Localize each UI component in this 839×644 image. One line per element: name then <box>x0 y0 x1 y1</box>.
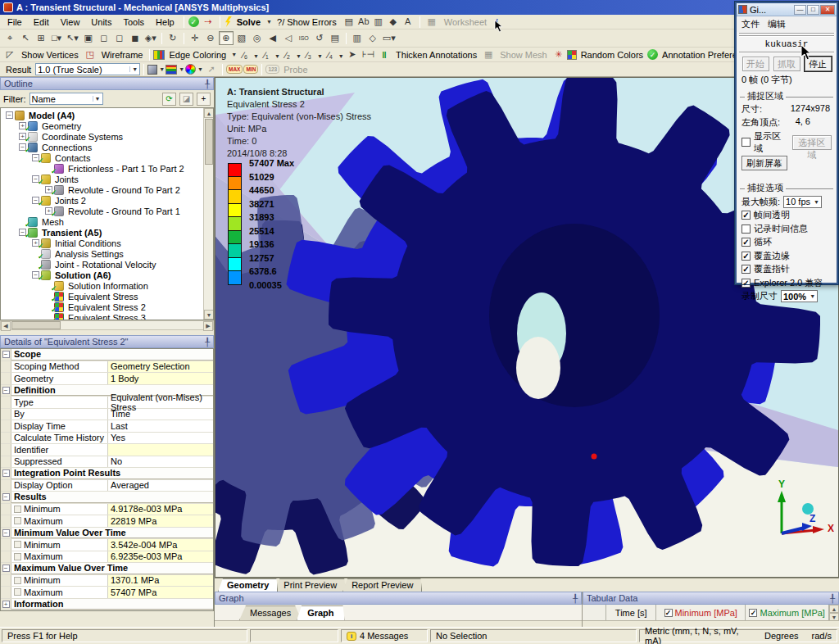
refresh-screen-button[interactable]: 刷新屏幕 <box>741 156 787 170</box>
select-face-icon[interactable]: ◻ <box>112 31 127 45</box>
tabular-max-column[interactable]: ✓ Maximum [MPa] <box>746 605 829 620</box>
details-value[interactable]: 1 Body <box>108 373 213 384</box>
details-value[interactable]: Equivalent (von-Mises) Stress <box>108 397 213 408</box>
details-value[interactable]: Last <box>108 420 213 432</box>
axes-icon[interactable]: ✳ <box>551 48 566 61</box>
random-colors-button[interactable]: Random Colors <box>578 50 646 60</box>
tree-item-coordinate-systems[interactable]: +✓Coordinate Systems <box>1 131 213 142</box>
zoom-out-icon[interactable]: ⊖ <box>203 31 218 45</box>
capture-maximize-button[interactable]: □ <box>807 5 819 15</box>
section-expander[interactable]: − <box>2 387 10 394</box>
viewports-icon[interactable]: ▤ <box>328 31 342 45</box>
tree-item-revolute-ground-to-part-1[interactable]: +✓Revolute - Ground To Part 1 <box>1 206 213 216</box>
pan-icon[interactable]: ✛ <box>188 31 202 45</box>
tree-item-joints[interactable]: −✓Joints <box>1 174 213 184</box>
status-units[interactable]: Metric (mm, t, N, s, mV, mA) Degrees rad… <box>639 629 837 642</box>
solve-button[interactable]: Solve <box>234 17 264 27</box>
refresh-tree-icon[interactable]: ⟳ <box>162 93 176 106</box>
prev-view-icon[interactable]: ◀ <box>265 31 280 45</box>
zoom-in-icon[interactable]: ⊕ <box>219 31 234 45</box>
max-annotation-button[interactable]: MAX <box>226 65 243 74</box>
section-expander[interactable]: − <box>2 351 10 358</box>
section-expander[interactable]: − <box>2 529 10 537</box>
result-scale-combo[interactable]: 1.0 (True Scale) ▼ <box>35 63 140 75</box>
tree-item-solution-a6[interactable]: −✓Solution (A6) <box>1 270 213 280</box>
edge-direction-dropdown-3[interactable]: ▼ <box>296 53 302 59</box>
tree-item-frictionless-part-1-to-part-2[interactable]: ✓Frictionless - Part 1 To Part 2 <box>1 163 213 174</box>
tree-item-contacts[interactable]: −✓Contacts <box>1 152 213 163</box>
capture-option-checkbox[interactable]: ✓ <box>741 238 751 247</box>
tag-icon[interactable]: ◇ <box>365 31 380 45</box>
select-edge-icon[interactable]: ◻ <box>97 31 111 45</box>
contour-style-icon[interactable] <box>185 64 196 75</box>
iso-view-icon[interactable]: ISO <box>297 31 311 45</box>
details-value[interactable]: 4.9178e-003 MPa <box>108 504 213 515</box>
ruler-icon[interactable]: ▥ <box>350 31 365 45</box>
capture-tool-window[interactable]: Gi... — □ ✕ 文件 编辑 kukuasir 开始 抓取 停止 0 帧 … <box>735 2 838 284</box>
edge-direction-icon-1[interactable]: ∕₆ <box>238 48 252 61</box>
capture-grab-button[interactable]: 抓取 <box>773 57 800 71</box>
details-section-scope[interactable]: Scope <box>11 349 213 361</box>
tree-item-mesh[interactable]: ✓Mesh <box>1 216 213 227</box>
graph-pin-icon[interactable]: ╀ <box>573 594 578 603</box>
tree-item-equivalent-stress[interactable]: ✓Equivalent Stress <box>1 291 213 302</box>
tree-vscrollbar[interactable]: ▲ ▼ <box>203 108 213 320</box>
tree-expander[interactable]: − <box>6 111 13 119</box>
geometry-display-icon[interactable] <box>147 65 157 75</box>
capture-minimize-button[interactable]: — <box>794 5 806 15</box>
capture-title-bar[interactable]: Gi... — □ ✕ <box>737 3 837 16</box>
annotation-preferences-button[interactable]: Annotation Prefere <box>659 50 741 60</box>
tree-item-joints-2[interactable]: −✓Joints 2 <box>1 195 213 206</box>
edge-direction-dropdown-4[interactable]: ▼ <box>317 53 323 59</box>
select-body-icon[interactable]: ◼ <box>128 31 143 45</box>
edge-coloring-dropdown[interactable]: ▼ <box>231 52 237 57</box>
section-expander[interactable]: − <box>2 565 10 572</box>
select-mode-icon[interactable]: ↖▾ <box>65 31 80 45</box>
capture-close-button[interactable]: ✕ <box>820 5 835 15</box>
tabular-time-column[interactable]: Time [s] <box>606 605 656 620</box>
box-zoom-icon[interactable]: ▧ <box>234 31 249 45</box>
show-mesh-button[interactable]: Show Mesh <box>497 50 550 60</box>
capture-menu-file[interactable]: 文件 <box>741 18 760 30</box>
tree-item-solution-information[interactable]: ✓Solution Information <box>1 280 213 291</box>
thicken-annotations-button[interactable]: Thicken Annotations <box>392 50 480 60</box>
menu-help[interactable]: Help <box>151 16 179 28</box>
bottom-tab-graph[interactable]: Graph <box>297 605 344 620</box>
solve-status-icon[interactable]: ✓ <box>188 16 199 27</box>
spellcheck-icon[interactable]: Ab <box>356 15 371 29</box>
details-section-integration-point-results[interactable]: Integration Point Results <box>11 468 213 479</box>
max-column-checkbox[interactable]: ✓ <box>749 609 757 617</box>
pointer-mode-icon[interactable]: ↖ <box>18 31 33 45</box>
viewport-tab-geometry[interactable]: Geometry <box>218 578 278 592</box>
viewport-tab-print-preview[interactable]: Print Preview <box>274 578 346 592</box>
menu-edit[interactable]: Edit <box>29 16 54 28</box>
filter-clear-icon[interactable]: ◪ <box>179 93 193 106</box>
bottom-tab-messages[interactable]: Messages <box>239 605 302 620</box>
solve-dropdown[interactable]: ▼ <box>266 19 272 25</box>
tree-item-equivalent-stress-3[interactable]: ✓Equivalent Stress 3 <box>1 312 213 320</box>
tabular-pin-icon[interactable]: ╀ <box>830 594 835 603</box>
details-section-results[interactable]: Results <box>11 492 213 503</box>
capture-option-checkbox[interactable]: ✓ <box>741 265 751 274</box>
tree-item-joint-rotational-velocity[interactable]: ✓Joint - Rotational Velocity <box>1 259 213 270</box>
capture-option-checkbox[interactable] <box>741 224 751 234</box>
tree-hscrollbar[interactable]: ◀ ▶ <box>0 320 214 330</box>
tree-item-analysis-settings[interactable]: ✓Analysis Settings <box>1 248 213 259</box>
details-value[interactable]: Yes <box>108 433 213 444</box>
window-layout-icon[interactable]: ▭▾ <box>381 31 397 45</box>
edge-direction-icon-3[interactable]: ∕₂ <box>280 48 295 61</box>
menu-tools[interactable]: Tools <box>118 16 149 28</box>
edge-direction-dropdown-5[interactable]: ▼ <box>338 53 344 59</box>
details-pin-icon[interactable]: ╀ <box>205 338 210 347</box>
contour-bands-dropdown[interactable]: ▼ <box>179 66 184 72</box>
select-region-button[interactable]: 选择区域 <box>792 135 832 150</box>
section-expander[interactable]: − <box>2 493 10 501</box>
details-section-maximum-value-over-time[interactable]: Maximum Value Over Time <box>11 563 213 574</box>
select-geometry-icon[interactable]: □▾ <box>49 31 64 45</box>
tree-item-model-a4[interactable]: −Model (A4) <box>1 110 213 120</box>
outline-pin-icon[interactable]: ╀ <box>205 79 210 88</box>
details-value[interactable]: 22819 MPa <box>108 515 213 527</box>
edge-coloring-button[interactable]: Edge Coloring <box>166 50 229 60</box>
edge-direction-icon-2[interactable]: ∕₁ <box>259 48 274 61</box>
contour-bands-icon[interactable] <box>166 65 177 75</box>
